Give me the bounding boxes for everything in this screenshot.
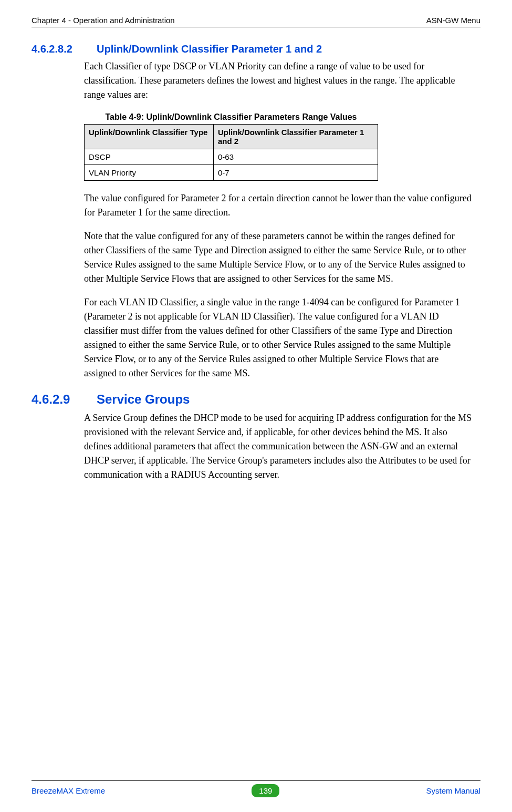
footer-left: BreezeMAX Extreme (32, 786, 105, 795)
table-caption: Table 4-9: Uplink/Downlink Classifier Pa… (84, 112, 378, 122)
body-paragraph: Note that the value configured for any o… (84, 229, 473, 286)
page-header: Chapter 4 - Operation and Administration… (32, 16, 480, 27)
footer-right: System Manual (426, 786, 480, 795)
body-paragraph: For each VLAN ID Classifier, a single va… (84, 295, 473, 381)
table-cell: 0-7 (213, 165, 378, 181)
table-cell: DSCP (85, 149, 214, 165)
page-footer: BreezeMAX Extreme 139 System Manual (32, 780, 480, 797)
section-heading-1: 4.6.2.8.2 Uplink/Downlink Classifier Par… (32, 43, 480, 55)
header-right: ASN-GW Menu (426, 16, 480, 25)
table-cell: 0-63 (213, 149, 378, 165)
table-row: DSCP 0-63 (85, 149, 378, 165)
section-number: 4.6.2.9 (32, 392, 95, 407)
content-area: 4.6.2.8.2 Uplink/Downlink Classifier Par… (32, 43, 480, 482)
section-heading-2: 4.6.2.9 Service Groups (32, 392, 480, 407)
body-paragraph: Each Classifier of type DSCP or VLAN Pri… (84, 59, 473, 102)
table-header-cell: Uplink/Downlink Classifier Type (85, 125, 214, 149)
page: Chapter 4 - Operation and Administration… (0, 0, 512, 812)
table-header-cell: Uplink/Downlink Classifier Parameter 1 a… (213, 125, 378, 149)
classifier-table: Uplink/Downlink Classifier Type Uplink/D… (84, 124, 378, 181)
body-paragraph: A Service Group defines the DHCP mode to… (84, 411, 473, 482)
table-row: VLAN Priority 0-7 (85, 165, 378, 181)
table-cell: VLAN Priority (85, 165, 214, 181)
section-number: 4.6.2.8.2 (32, 43, 95, 55)
header-left: Chapter 4 - Operation and Administration (32, 16, 175, 25)
table-header-row: Uplink/Downlink Classifier Type Uplink/D… (85, 125, 378, 149)
page-number-badge: 139 (252, 784, 279, 797)
section-title: Service Groups (97, 392, 190, 406)
body-paragraph: The value configured for Parameter 2 for… (84, 191, 473, 220)
section-title: Uplink/Downlink Classifier Parameter 1 a… (97, 43, 322, 55)
